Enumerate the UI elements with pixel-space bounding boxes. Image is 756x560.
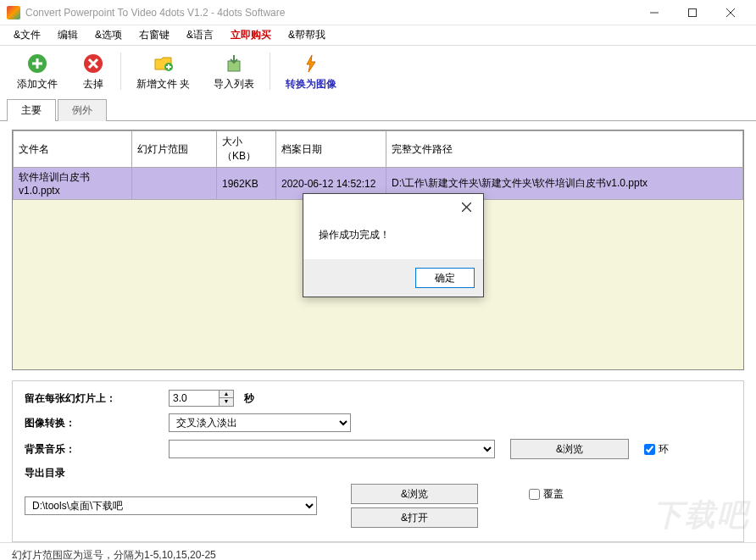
convert-label: 转换为图像 — [286, 77, 336, 91]
menubar: &文件 编辑 &选项 右窗键 &语言 立即购买 &帮帮我 — [0, 25, 756, 46]
export-label: 导出目录 — [25, 466, 169, 480]
add-icon — [25, 52, 49, 75]
folder-icon — [152, 52, 175, 75]
menu-options[interactable]: &选项 — [86, 25, 131, 45]
bgm-browse-button[interactable]: &浏览 — [510, 439, 629, 459]
menu-language[interactable]: &语言 — [178, 25, 222, 45]
toolbar-separator — [120, 53, 121, 90]
export-dir-select[interactable]: D:\tools\桌面\下载吧 — [25, 496, 317, 515]
import-list-button[interactable]: 导入列表 — [202, 50, 266, 93]
spin-up-icon[interactable]: ▲ — [220, 391, 233, 398]
file-table: 文件名 幻灯片范围 大小（KB） 档案日期 完整文件路径 软件培训白皮书v1.0… — [13, 130, 743, 200]
transition-label: 图像转换： — [25, 416, 169, 430]
toolbar-separator — [270, 53, 270, 90]
bgm-select[interactable] — [169, 440, 495, 458]
loop-check-input[interactable] — [644, 444, 655, 455]
app-icon — [7, 6, 20, 19]
spin-down-icon[interactable]: ▼ — [220, 398, 233, 406]
cell-range — [132, 168, 217, 200]
cell-name: 软件培训白皮书v1.0.pptx — [14, 168, 132, 200]
dialog-message: 操作成功完成！ — [319, 228, 468, 242]
lightning-icon — [299, 52, 323, 75]
overwrite-check-input[interactable] — [529, 489, 540, 500]
menu-file[interactable]: &文件 — [5, 25, 49, 45]
export-browse-button[interactable]: &浏览 — [351, 484, 478, 504]
add-file-label: 添加文件 — [17, 77, 58, 91]
convert-to-image-button[interactable]: 转换为图像 — [274, 50, 348, 93]
transition-select[interactable]: 交叉淡入淡出 — [169, 413, 351, 432]
remove-button[interactable]: 去掉 — [69, 50, 117, 93]
remove-label: 去掉 — [83, 77, 103, 91]
col-range[interactable]: 幻灯片范围 — [132, 131, 217, 168]
export-open-button[interactable]: &打开 — [351, 507, 478, 528]
tab-strip: 主要 例外 — [0, 98, 756, 121]
import-icon — [222, 52, 246, 75]
maximize-button[interactable] — [673, 1, 711, 25]
overwrite-label: 覆盖 — [543, 487, 564, 502]
dialog-ok-button[interactable]: 确定 — [415, 268, 475, 288]
menu-help[interactable]: &帮帮我 — [280, 25, 334, 45]
stay-input[interactable] — [169, 390, 220, 407]
loop-checkbox[interactable]: 环 — [644, 442, 669, 457]
tab-exception[interactable]: 例外 — [58, 99, 107, 121]
dialog-close-button[interactable] — [454, 197, 478, 216]
cell-size: 1962KB — [217, 168, 276, 200]
bgm-label: 背景音乐： — [25, 442, 169, 457]
new-folder-label: 新增文件 夹 — [136, 77, 190, 91]
new-folder-button[interactable]: 新增文件 夹 — [125, 50, 202, 93]
tab-main[interactable]: 主要 — [7, 99, 56, 121]
menu-buy[interactable]: 立即购买 — [222, 25, 280, 45]
add-file-button[interactable]: 添加文件 — [5, 50, 69, 93]
stay-spinner[interactable]: ▲▼ — [169, 390, 234, 407]
window-title: Convert Powerpoint To Video 4dots V1.2 -… — [25, 7, 635, 19]
col-path[interactable]: 完整文件路径 — [386, 131, 743, 168]
toolbar: 添加文件 去掉 新增文件 夹 导入列表 转换为图像 — [0, 46, 756, 97]
menu-edit[interactable]: 编辑 — [49, 25, 86, 45]
titlebar: Convert Powerpoint To Video 4dots V1.2 -… — [0, 0, 756, 25]
overwrite-checkbox[interactable]: 覆盖 — [529, 487, 564, 502]
stay-unit: 秒 — [244, 391, 254, 406]
settings-panel: 留在每张幻灯片上： ▲▼ 秒 图像转换： 交叉淡入淡出 背景音乐： &浏览 环 … — [12, 380, 744, 542]
success-dialog: 操作成功完成！ 确定 — [303, 193, 484, 297]
svg-rect-1 — [688, 8, 696, 16]
status-hint: 幻灯片范围应为逗号，分隔为1-5,10,15,20-25 — [12, 549, 216, 560]
import-list-label: 导入列表 — [214, 77, 254, 91]
col-name[interactable]: 文件名 — [14, 131, 132, 168]
stay-label: 留在每张幻灯片上： — [25, 391, 169, 406]
statusbar: 幻灯片范围应为逗号，分隔为1-5,10,15,20-25 — [0, 542, 756, 560]
col-date[interactable]: 档案日期 — [276, 131, 386, 168]
menu-rightkey[interactable]: 右窗键 — [131, 25, 178, 45]
minimize-button[interactable] — [635, 1, 673, 25]
remove-icon — [81, 52, 105, 75]
loop-label: 环 — [659, 442, 669, 457]
close-button[interactable] — [711, 1, 749, 25]
col-size[interactable]: 大小（KB） — [217, 131, 276, 168]
